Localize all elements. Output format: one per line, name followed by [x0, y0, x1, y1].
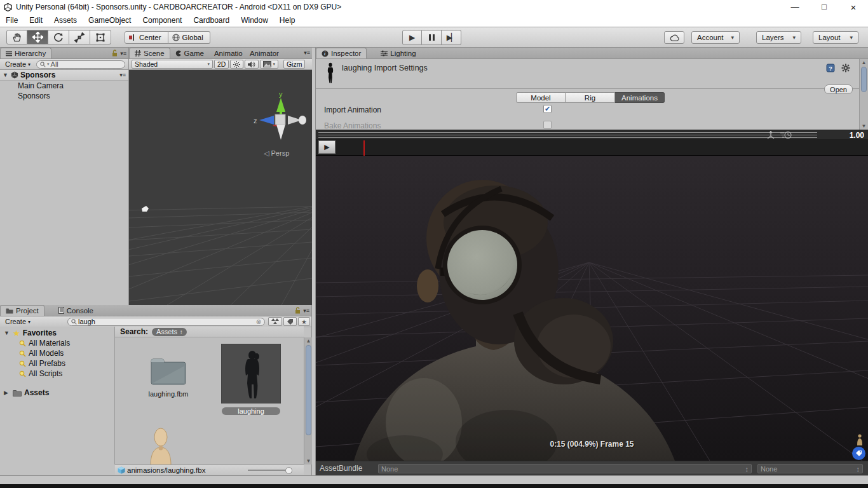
layout-dropdown[interactable]: Layout▾: [813, 31, 858, 44]
tab-lighting[interactable]: Lighting: [376, 48, 421, 58]
import-animation-checkbox[interactable]: ✔: [543, 105, 552, 113]
scroll-up-icon[interactable]: ▲: [860, 60, 868, 65]
scroll-up-icon[interactable]: ▲: [304, 338, 313, 344]
menu-gameobject[interactable]: GameObject: [83, 16, 137, 25]
menu-component[interactable]: Component: [137, 16, 187, 25]
clear-search-icon[interactable]: ⊗: [256, 318, 261, 325]
scene-menu-icon[interactable]: ▾≡: [119, 72, 126, 78]
thumbnail-size-slider[interactable]: [248, 467, 292, 474]
lock-icon[interactable]: [295, 307, 301, 314]
assets-root-row[interactable]: ▶ Assets: [0, 388, 114, 398]
project-search-input[interactable]: laugh ⊗: [67, 318, 265, 326]
scrollbar-thumb[interactable]: [306, 345, 311, 435]
menu-cardboard[interactable]: Cardboard: [187, 16, 235, 25]
shading-mode-dropdown[interactable]: Shaded▾: [132, 60, 213, 69]
minimize-button[interactable]: —: [780, 2, 810, 13]
asset-item-folder[interactable]: laughing.fbm: [140, 356, 196, 398]
pause-button[interactable]: [422, 30, 442, 45]
project-scrollbar[interactable]: ▲ ▼: [304, 337, 312, 464]
project-create-button[interactable]: Create▾: [1, 317, 34, 326]
help-icon[interactable]: ?: [826, 64, 835, 72]
tab-console[interactable]: Console: [53, 305, 98, 316]
save-search-button[interactable]: ★: [298, 317, 310, 326]
step-button[interactable]: ▶▏: [442, 30, 461, 45]
asset-item-mannequin[interactable]: [142, 427, 180, 464]
tag-button[interactable]: [852, 447, 865, 460]
audio-toggle-button[interactable]: [245, 60, 259, 69]
scroll-down-icon[interactable]: ▼: [860, 123, 868, 129]
search-by-type-button[interactable]: [268, 317, 282, 326]
tab-animations[interactable]: Animations: [615, 92, 665, 103]
rotate-tool-button[interactable]: [48, 30, 69, 44]
asset-item-model[interactable]: laughing: [220, 344, 281, 415]
lock-icon[interactable]: [112, 50, 118, 57]
tab-rig[interactable]: Rig: [566, 92, 615, 103]
favorites-row[interactable]: ▼ ★ Favorites: [0, 328, 114, 338]
tab-animation[interactable]: Animatio: [209, 48, 245, 58]
search-by-label-button[interactable]: [283, 317, 297, 326]
menu-assets[interactable]: Assets: [48, 16, 83, 25]
favorite-all-models[interactable]: All Models: [0, 348, 114, 358]
tab-game[interactable]: Game: [170, 48, 209, 58]
lighting-toggle-button[interactable]: [230, 60, 243, 69]
maximize-button[interactable]: □: [810, 2, 839, 13]
inspector-scrollbar[interactable]: ▲ ▼: [859, 59, 868, 130]
preview-play-button[interactable]: ▶: [318, 140, 336, 154]
foldout-open-icon[interactable]: ▼: [3, 72, 9, 78]
animation-preview[interactable]: 0:15 (004.9%) Frame 15: [316, 156, 868, 461]
assetbundle-variant-select[interactable]: None↕: [757, 464, 863, 473]
avatar-icon[interactable]: [855, 434, 864, 445]
search-scope-assets-button[interactable]: Assets↕: [152, 328, 187, 336]
favorite-all-prefabs[interactable]: All Prefabs: [0, 358, 114, 369]
account-dropdown[interactable]: Account▾: [691, 31, 740, 44]
menu-window[interactable]: Window: [235, 16, 274, 25]
perspective-label[interactable]: ◁ Persp: [264, 149, 289, 158]
gear-icon[interactable]: [841, 64, 850, 72]
toggle-2d-button[interactable]: 2D: [214, 60, 229, 69]
menu-edit[interactable]: Edit: [24, 16, 48, 25]
hierarchy-item-sponsors[interactable]: Sponsors: [0, 91, 128, 101]
hierarchy-search-input[interactable]: ▾ All: [36, 60, 125, 69]
pivot-global-button[interactable]: Global: [168, 31, 210, 44]
scale-tool-button[interactable]: [69, 30, 90, 44]
bake-animations-checkbox[interactable]: [543, 121, 552, 129]
close-button[interactable]: ×: [839, 2, 868, 13]
tab-inspector[interactable]: i Inspector: [316, 48, 367, 58]
scene-header-row[interactable]: ▼ Sponsors ▾≡: [0, 70, 128, 81]
orientation-gizmo[interactable]: y z: [251, 88, 309, 148]
favorite-all-scripts[interactable]: All Scripts: [0, 369, 114, 379]
hand-tool-button[interactable]: [6, 30, 27, 44]
favorite-all-materials[interactable]: All Materials: [0, 338, 114, 348]
move-tool-button[interactable]: [27, 30, 48, 44]
cloud-services-button[interactable]: [664, 31, 684, 44]
effects-dropdown[interactable]: ▾: [260, 60, 278, 69]
tab-hierarchy[interactable]: Hierarchy: [0, 48, 51, 58]
pivot-center-button[interactable]: Center: [125, 31, 168, 44]
pivot-axis-icon[interactable]: [766, 131, 775, 139]
layers-dropdown[interactable]: Layers▾: [756, 31, 801, 44]
foldout-open-icon[interactable]: ▼: [4, 330, 10, 336]
playback-speed-icon[interactable]: [780, 131, 792, 139]
panel-menu-icon[interactable]: ▾≡: [120, 50, 126, 57]
assetbundle-select[interactable]: None↕: [378, 464, 752, 473]
panel-menu-icon[interactable]: ▾≡: [304, 50, 310, 56]
hierarchy-item-main-camera[interactable]: Main Camera: [0, 81, 128, 91]
hierarchy-create-button[interactable]: Create▾: [1, 60, 34, 69]
menu-file[interactable]: File: [0, 16, 24, 25]
scrollbar-thumb[interactable]: [861, 67, 867, 92]
tab-scene[interactable]: Scene: [129, 48, 170, 58]
rect-tool-button[interactable]: [90, 30, 111, 44]
tab-project[interactable]: Project: [0, 305, 44, 316]
timeline-playhead[interactable]: [363, 140, 365, 156]
scene-viewport[interactable]: y z ◁ Persp: [129, 70, 312, 305]
foldout-closed-icon[interactable]: ▶: [4, 390, 10, 396]
play-button[interactable]: ▶: [402, 30, 422, 45]
scroll-down-icon[interactable]: ▼: [304, 458, 313, 464]
menu-help[interactable]: Help: [274, 16, 301, 25]
preview-timeline[interactable]: ▶: [316, 139, 868, 156]
slider-handle[interactable]: [285, 467, 292, 474]
tab-animator[interactable]: Animator: [245, 48, 281, 58]
panel-menu-icon[interactable]: ▾≡: [303, 308, 309, 314]
tab-model[interactable]: Model: [516, 92, 566, 103]
open-button[interactable]: Open: [824, 85, 853, 94]
